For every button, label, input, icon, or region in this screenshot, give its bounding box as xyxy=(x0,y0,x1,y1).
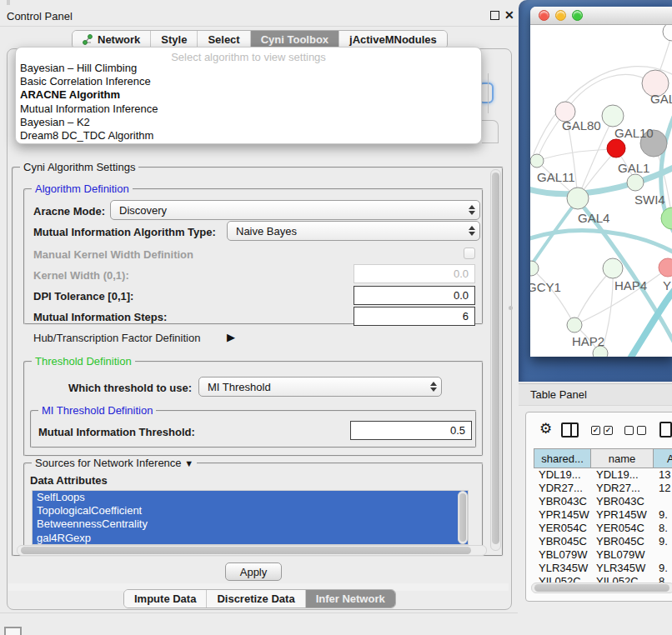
control-panel-top-notch xyxy=(7,0,10,5)
table-row[interactable]: YDL19...YDL19...13 xyxy=(534,468,672,482)
network-window-titlebar[interactable] xyxy=(530,7,672,25)
table-row[interactable]: YDR27...YDR27...12 xyxy=(534,482,672,495)
list-item-gal4rgexp[interactable]: gal4RGexp xyxy=(33,532,468,545)
settings-vertical-scrollbar[interactable] xyxy=(490,169,501,551)
zoom-window-icon[interactable] xyxy=(572,10,583,21)
cyni-bottom-tabs: Impute Data Discretize Data Infer Networ… xyxy=(123,589,396,608)
mi-steps-field[interactable]: 6 xyxy=(354,307,475,326)
hidden-panel-edge-fragment xyxy=(488,73,489,113)
network-window: GAL GAL80 GAL10 GAL1 GAL11 SWI4 GAL4 GCY… xyxy=(530,7,672,357)
aracne-mode-combo[interactable]: Discovery xyxy=(110,200,480,220)
dropdown-item-dream8[interactable]: Dream8 DC_TDC Algorithm xyxy=(16,129,481,142)
dropdown-item-basic-correlation[interactable]: Basic Correlation Inference xyxy=(16,75,481,88)
minimize-window-icon[interactable] xyxy=(555,10,566,21)
node-gal10 xyxy=(602,105,624,127)
node-label-gal1: GAL1 xyxy=(618,161,649,175)
node-label-hap2: HAP2 xyxy=(572,334,604,348)
panel-splitter-handle[interactable] xyxy=(509,306,513,310)
table-row[interactable]: YBR043CYBR043C xyxy=(534,495,672,508)
node-label-gcy1: GCY1 xyxy=(530,280,561,294)
hub-definition-label[interactable]: Hub/Transcription Factor Definition xyxy=(33,332,200,344)
mi-algorithm-type-value: Naive Bayes xyxy=(228,225,464,238)
mi-steps-label: Mutual Information Steps: xyxy=(33,311,167,323)
split-columns-icon[interactable] xyxy=(561,422,579,438)
tab-style[interactable]: Style xyxy=(150,31,197,48)
combo-spinner-icon xyxy=(464,226,479,236)
algorithm-dropdown: Select algorithm to view settings Bayesi… xyxy=(15,47,482,144)
table-horizontal-scrollbar[interactable] xyxy=(531,582,672,593)
tab-discretize-data[interactable]: Discretize Data xyxy=(206,590,304,608)
dropdown-item-mutual-information[interactable]: Mutual Information Inference xyxy=(16,102,481,116)
mi-threshold-definition-title: MI Threshold Definition xyxy=(38,404,156,417)
cyni-algorithm-settings-title: Cyni Algorithm Settings xyxy=(20,161,138,173)
minimized-panel-icon[interactable] xyxy=(4,627,22,635)
manual-kernel-width-checkbox[interactable] xyxy=(464,248,475,259)
dpi-tolerance-field[interactable]: 0.0 xyxy=(354,286,475,305)
table-row[interactable]: YER054CYER054C8. xyxy=(534,522,672,535)
sources-title[interactable]: Sources for Network Inference ▼ xyxy=(32,457,197,469)
tab-infer-network[interactable]: Infer Network xyxy=(305,590,395,608)
column-header-shared-name[interactable]: shared... xyxy=(534,448,591,468)
mi-algorithm-type-combo[interactable]: Naive Bayes xyxy=(227,221,480,241)
tab-select[interactable]: Select xyxy=(197,31,249,48)
tab-jactivemnodules[interactable]: jActiveMNodules xyxy=(339,31,447,48)
node-hap2 xyxy=(567,318,582,332)
control-panel: Control Panel ✕ Network Style Select Cyn… xyxy=(0,0,518,635)
collapse-arrow-icon[interactable]: ▼ xyxy=(184,458,193,468)
table-header-row: shared... name A xyxy=(534,448,672,468)
tab-network[interactable]: Network xyxy=(73,31,150,48)
application-screen: Control Panel ✕ Network Style Select Cyn… xyxy=(0,0,672,635)
tab-cyni-toolbox[interactable]: Cyni Toolbox xyxy=(250,31,339,48)
dropdown-item-bayesian-k2[interactable]: Bayesian – K2 xyxy=(16,116,481,129)
network-icon xyxy=(83,34,93,45)
mi-threshold-field[interactable]: 0.5 xyxy=(350,421,472,440)
list-item-topologicalcoefficient[interactable]: TopologicalCoefficient xyxy=(33,504,468,518)
node-hap4 xyxy=(603,258,623,278)
select-all-columns-icon[interactable]: ✓ ✓ xyxy=(591,426,613,435)
dropdown-item-bayesian-hill-climbing[interactable]: Bayesian – Hill Climbing xyxy=(16,62,481,75)
hidden-panel-corner-fragment xyxy=(482,120,499,143)
which-threshold-combo[interactable]: MI Threshold xyxy=(198,377,442,397)
tab-network-label: Network xyxy=(98,33,140,46)
node-label-hap4: HAP4 xyxy=(614,278,647,292)
expand-arrow-icon[interactable]: ▶ xyxy=(227,331,235,343)
settings-horizontal-scrollbar[interactable] xyxy=(17,545,487,556)
attributes-scrollbar[interactable] xyxy=(458,491,468,544)
data-attributes-list[interactable]: SelfLoops TopologicalCoefficient Between… xyxy=(32,490,469,545)
export-table-icon[interactable] xyxy=(659,422,672,438)
list-item-betweennesscentrality[interactable]: BetweennessCentrality xyxy=(33,518,468,531)
column-header-partial[interactable]: A xyxy=(654,448,672,468)
algorithm-definition-title: Algorithm Definition xyxy=(32,182,133,195)
kernel-width-label: Kernel Width (0,1): xyxy=(33,269,129,282)
tab-impute-data[interactable]: Impute Data xyxy=(124,590,206,608)
table-row[interactable]: YLR345WYLR345W9. xyxy=(534,562,672,575)
header-divider xyxy=(0,26,518,27)
network-window-frame: GAL GAL80 GAL10 GAL1 GAL11 SWI4 GAL4 GCY… xyxy=(519,0,672,382)
node-label-gal80: GAL80 xyxy=(562,118,601,132)
node-label-y-partial: Y xyxy=(663,278,671,292)
apply-button[interactable]: Apply xyxy=(225,562,282,581)
float-window-icon[interactable] xyxy=(490,11,499,20)
control-panel-bottom-edge xyxy=(0,612,518,613)
mi-algorithm-type-label: Mutual Information Algorithm Type: xyxy=(33,226,216,238)
manual-kernel-width-label: Manual Kernel Width Definition xyxy=(33,248,193,261)
column-header-name[interactable]: name xyxy=(591,448,654,468)
deselect-all-columns-icon[interactable] xyxy=(624,426,646,435)
aracne-mode-label: Aracne Mode: xyxy=(33,205,105,218)
aracne-mode-value: Discovery xyxy=(111,204,464,217)
node-label-gal-partial: GAL xyxy=(650,92,672,106)
close-window-icon[interactable] xyxy=(539,10,549,21)
table-panel-title: Table Panel xyxy=(530,388,587,401)
table-row[interactable]: YPR145WYPR145W9. xyxy=(534,508,672,522)
combo-spinner-icon xyxy=(464,205,479,215)
kernel-width-field[interactable]: 0.0 xyxy=(354,264,475,283)
close-panel-icon[interactable]: ✕ xyxy=(504,11,514,20)
dropdown-item-aracne[interactable]: ARACNE Algorithm xyxy=(16,88,481,102)
gear-icon[interactable]: ⚙ xyxy=(539,422,552,436)
table-row[interactable]: YBR045CYBR045C9. xyxy=(534,535,672,548)
network-canvas[interactable]: GAL GAL80 GAL10 GAL1 GAL11 SWI4 GAL4 GCY… xyxy=(530,25,672,357)
table-row[interactable]: YBL079WYBL079W xyxy=(534,548,672,562)
list-item-selfloops[interactable]: SelfLoops xyxy=(33,491,468,504)
threshold-definition-title: Threshold Definition xyxy=(32,355,135,368)
table-panel-body: ⚙ ✓ ✓ shared... name A YDL19...YDL19...1… xyxy=(525,412,672,602)
